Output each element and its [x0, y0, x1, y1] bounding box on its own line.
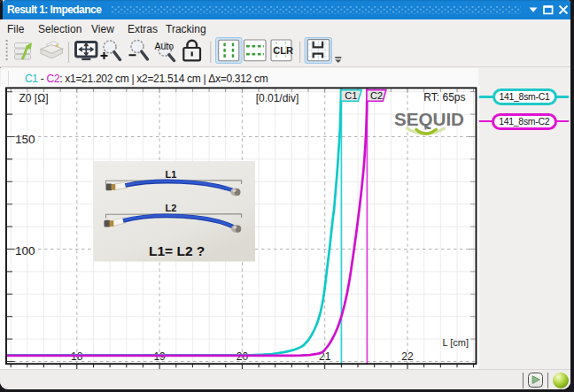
- svg-text:C2: C2: [370, 90, 383, 101]
- svg-text:Z0 [Ω]: Z0 [Ω]: [19, 92, 49, 104]
- svg-text:CLR: CLR: [273, 45, 293, 56]
- svg-text:C1: C1: [345, 90, 357, 101]
- svg-text:L2: L2: [166, 203, 177, 213]
- svg-text:100: 100: [15, 244, 35, 257]
- svg-text:Auto: Auto: [155, 41, 175, 51]
- svg-text:L1= L2 ?: L1= L2 ?: [149, 243, 205, 258]
- svg-text:RT: 65ps: RT: 65ps: [423, 91, 465, 104]
- svg-text:L1: L1: [166, 169, 177, 180]
- svg-text:150: 150: [15, 133, 35, 146]
- svg-text:22: 22: [401, 350, 414, 363]
- svg-text:L [cm]: L [cm]: [442, 337, 469, 348]
- svg-text:SEQUID: SEQUID: [394, 109, 464, 129]
- svg-text:[0.01/div]: [0.01/div]: [256, 92, 299, 104]
